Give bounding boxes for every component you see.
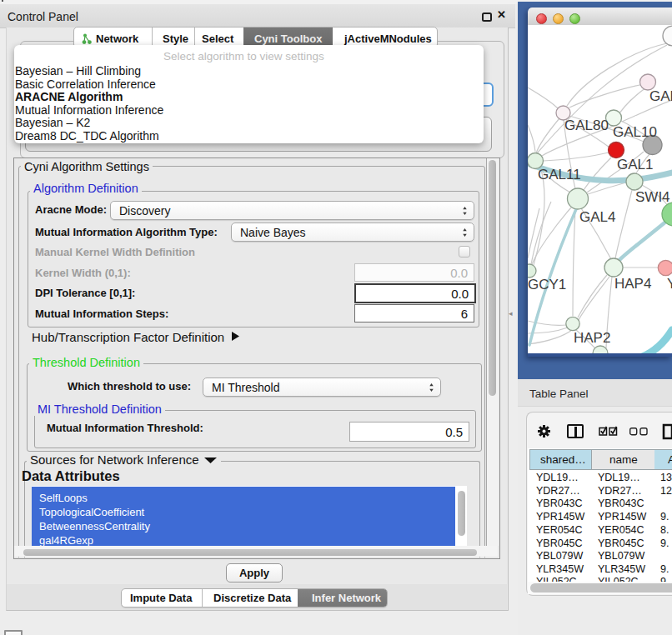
svg-text:GAL4: GAL4 [579, 209, 615, 225]
svg-text:GAL80: GAL80 [564, 118, 609, 133]
svg-text:GAL1: GAL1 [617, 157, 653, 172]
svg-text:GAL11: GAL11 [538, 167, 581, 182]
svg-text:GAL10: GAL10 [613, 124, 657, 140]
svg-text:HAP2: HAP2 [574, 330, 610, 346]
svg-text:HAP4: HAP4 [614, 276, 651, 292]
svg-text:GAL7: GAL7 [649, 88, 672, 104]
svg-text:GCY1: GCY1 [528, 277, 566, 292]
svg-text:Y: Y [667, 276, 672, 292]
svg-text:SWI4: SWI4 [635, 189, 670, 205]
